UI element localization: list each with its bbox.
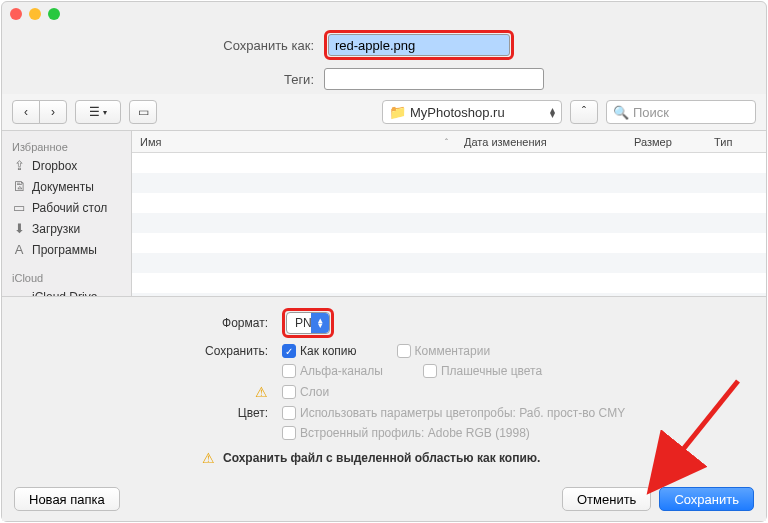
sidebar: Избранное ⇪Dropbox 🖺Документы ▭Рабочий с… — [2, 131, 132, 296]
group-button[interactable]: ▭ — [129, 100, 157, 124]
sidebar-item-applications[interactable]: AПрограммы — [2, 239, 131, 260]
search-icon: 🔍 — [613, 105, 629, 120]
sidebar-item-downloads[interactable]: ⬇Загрузки — [2, 218, 131, 239]
back-button[interactable]: ‹ — [12, 100, 40, 124]
sidebar-item-icloud[interactable]: ☁iCloud Drive — [2, 286, 131, 296]
sidebar-item-desktop[interactable]: ▭Рабочий стол — [2, 197, 131, 218]
notice-text: Сохранить файл с выделенной областью как… — [223, 451, 540, 465]
sidebar-item-documents[interactable]: 🖺Документы — [2, 176, 131, 197]
checkbox-embed-profile: Встроенный профиль: Adobe RGB (1998) — [282, 426, 530, 440]
path-label: MyPhotoshop.ru — [410, 105, 505, 120]
sort-asc-icon: ˆ — [445, 137, 448, 147]
view-mode-button[interactable]: ☰ ▾ — [75, 100, 121, 124]
tags-input[interactable] — [324, 68, 544, 90]
titlebar — [2, 2, 766, 26]
save-options-label: Сохранить: — [14, 344, 274, 358]
color-label: Цвет: — [14, 406, 274, 420]
warning-icon: ⚠ — [202, 450, 215, 466]
cancel-button[interactable]: Отменить — [562, 487, 651, 511]
column-size[interactable]: Размер — [626, 136, 706, 148]
cloud-icon: ☁ — [12, 289, 26, 296]
file-list: Имяˆ Дата изменения Размер Тип — [132, 131, 766, 296]
column-type[interactable]: Тип — [706, 136, 766, 148]
column-name[interactable]: Имяˆ — [132, 136, 456, 148]
forward-button[interactable]: › — [39, 100, 67, 124]
folder-icon: ▭ — [138, 105, 149, 119]
sidebar-favorites-header: Избранное — [2, 137, 131, 155]
sidebar-item-dropbox[interactable]: ⇪Dropbox — [2, 155, 131, 176]
new-folder-button[interactable]: Новая папка — [14, 487, 120, 511]
checkbox-as-copy[interactable]: ✓Как копию — [282, 344, 357, 358]
path-selector[interactable]: 📁 MyPhotoshop.ru ▴▾ — [382, 100, 562, 124]
folder-icon: 📁 — [389, 104, 406, 120]
close-window-button[interactable] — [10, 8, 22, 20]
checkbox-spot: Плашечные цвета — [423, 364, 542, 378]
sidebar-icloud-header: iCloud — [2, 268, 131, 286]
warning-icon: ⚠ — [255, 384, 268, 400]
chevron-updown-icon: ▴▾ — [550, 107, 555, 117]
applications-icon: A — [12, 242, 26, 257]
nav-back-forward: ‹ › — [12, 100, 67, 124]
format-highlight: PNG ▴▾ — [282, 308, 334, 338]
downloads-icon: ⬇ — [12, 221, 26, 236]
column-date[interactable]: Дата изменения — [456, 136, 626, 148]
filename-input[interactable] — [328, 34, 510, 56]
save-button[interactable]: Сохранить — [659, 487, 754, 511]
checkbox-layers: Слои — [282, 385, 329, 399]
tags-label: Теги: — [14, 72, 318, 87]
filename-highlight — [324, 30, 514, 60]
search-field[interactable]: 🔍 Поиск — [606, 100, 756, 124]
chevron-updown-icon: ▴▾ — [311, 313, 329, 333]
file-rows[interactable] — [132, 153, 766, 296]
dropbox-icon: ⇪ — [12, 158, 26, 173]
search-placeholder: Поиск — [633, 105, 669, 120]
save-as-label: Сохранить как: — [14, 38, 318, 53]
desktop-icon: ▭ — [12, 200, 26, 215]
maximize-window-button[interactable] — [48, 8, 60, 20]
collapse-button[interactable]: ˆ — [570, 100, 598, 124]
documents-icon: 🖺 — [12, 179, 26, 194]
format-label: Формат: — [14, 316, 274, 330]
format-select[interactable]: PNG ▴▾ — [286, 312, 330, 334]
minimize-window-button[interactable] — [29, 8, 41, 20]
checkbox-alpha: Альфа-каналы — [282, 364, 383, 378]
checkbox-color-proof: Использовать параметры цветопробы: Раб. … — [282, 406, 625, 420]
checkbox-comments: Комментарии — [397, 344, 491, 358]
